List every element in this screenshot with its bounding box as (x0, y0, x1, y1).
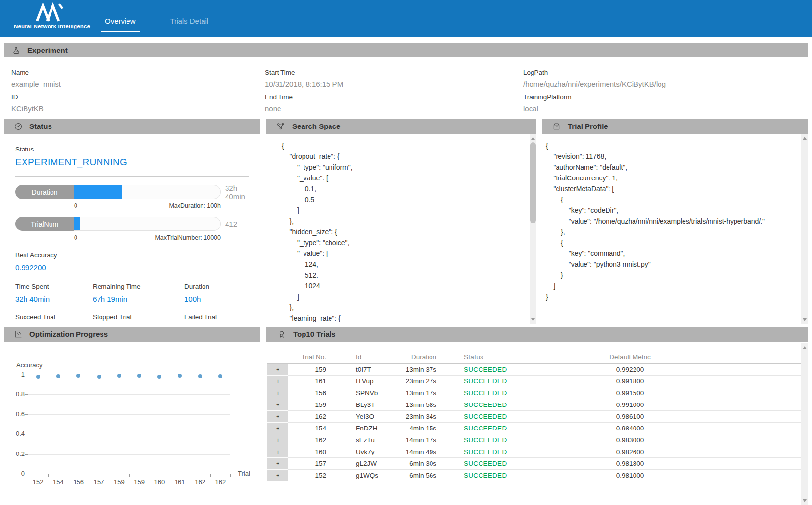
scroll-up-icon[interactable] (531, 137, 535, 140)
trial-id-cell: YeI3O (336, 411, 395, 423)
trial-expander-button[interactable]: + (267, 364, 288, 376)
x-axis-tick (48, 474, 49, 477)
trialnum-bar-min: 0 (74, 234, 77, 241)
trial-expander-button[interactable]: + (267, 470, 288, 481)
trial-row: +156SPNVb13min 17sSUCCEEDED0.991500 (267, 387, 802, 399)
field-label-id: ID (11, 93, 265, 101)
flask-icon (12, 46, 21, 55)
trial-default-metric-cell: 0.981800 (591, 458, 669, 470)
trial-expander-button[interactable]: + (267, 423, 288, 434)
x-axis-tick-label: 161 (170, 479, 190, 486)
trial-expander-button[interactable]: + (267, 399, 288, 411)
table-body: +159t0I7T13min 37sSUCCEEDED0.992200+161I… (267, 364, 802, 481)
trial-default-metric-cell: 0.986100 (591, 411, 669, 423)
trial-status-cell: SUCCEEDED (444, 364, 591, 376)
scrollbar-thumb[interactable] (530, 142, 536, 223)
trial-duration-cell: 6min 56s (395, 470, 444, 481)
duration-bar-label: Duration (15, 185, 74, 199)
tab-overview[interactable]: Overview (101, 17, 140, 32)
trial-expander-button[interactable]: + (267, 434, 288, 446)
search-space-scrollbar[interactable] (530, 134, 536, 324)
x-axis-tick-label: 152 (28, 479, 48, 486)
col-header-filler (669, 353, 802, 364)
x-axis-tick-label: 154 (48, 479, 68, 486)
scatter-point (157, 375, 161, 379)
trial-no-cell: 160 (288, 446, 336, 458)
experiment-status-value: EXPERIMENT_RUNNING (15, 157, 256, 168)
trial-expander-button[interactable]: + (267, 446, 288, 458)
x-axis-tick (210, 474, 211, 477)
nni-overview-page: { "colors": { "header_blue": "#1476BD", … (0, 0, 812, 505)
trial-row: +160Uvk7y14min 49sSUCCEEDED0.982600 (267, 446, 802, 458)
scatter-point (56, 374, 60, 378)
trial-row: +161ITVup23min 27sSUCCEEDED0.991800 (267, 376, 802, 387)
trial-default-metric-cell: 0.982600 (591, 446, 669, 458)
scatter-point (76, 374, 80, 378)
trial-duration-cell: 13min 58s (395, 399, 444, 411)
x-axis-tick-label: 157 (89, 479, 109, 486)
chart-y-axis-title: Accuracy (16, 361, 42, 369)
field-value-training-platform: local (523, 104, 801, 113)
nni-logo: Neural Network Intelligence (14, 2, 88, 29)
trial-id-cell: ITVup (336, 376, 395, 387)
nni-logo-icon (35, 2, 67, 23)
experiment-section-title: Experiment (27, 46, 68, 54)
gauge-icon (14, 122, 23, 131)
scatter-point (117, 374, 121, 378)
metric-remaining-time: Remaining Time 67h 19min (93, 283, 184, 303)
scroll-down-icon[interactable] (531, 318, 535, 321)
trial-status-cell: SUCCEEDED (444, 399, 591, 411)
scatter-point (137, 374, 141, 378)
x-axis-tick-label: 162 (190, 479, 210, 486)
metric-label: Stopped Trial (93, 313, 184, 321)
trial-filler-cell (669, 434, 802, 446)
y-axis-line (28, 375, 28, 474)
scroll-down-icon[interactable] (803, 499, 807, 502)
trial-expander-button[interactable]: + (267, 387, 288, 399)
trial-status-cell: SUCCEEDED (444, 376, 591, 387)
trial-default-metric-cell: 0.984000 (591, 423, 669, 434)
expander-header-cell (267, 353, 288, 364)
experiment-col-1: Name example_mnist ID KCiBytKB (11, 64, 265, 113)
status-panel: Status Status EXPERIMENT_RUNNING Duratio… (4, 119, 260, 324)
trial-status-cell: SUCCEEDED (444, 446, 591, 458)
trial-no-cell: 162 (288, 434, 336, 446)
metric-duration: Duration 100h (184, 283, 256, 303)
scroll-up-icon[interactable] (803, 346, 807, 349)
trial-default-metric-cell: 0.992200 (591, 364, 669, 376)
metric-value: 100h (184, 295, 256, 303)
gridline (28, 434, 230, 434)
trial-duration-cell: 23min 34s (395, 411, 444, 423)
duration-progress-bar: Duration 32h 40min (15, 185, 256, 199)
accuracy-scatter-chart: Accuracy 00.20.40.60.8115215415615715915… (4, 361, 260, 504)
status-divider (15, 176, 249, 177)
col-header-status: Status (444, 353, 591, 364)
metric-label: Remaining Time (93, 283, 184, 290)
trial-profile-panel: Trial Profile { "revision": 11768, "auth… (542, 119, 808, 324)
x-axis-tick (150, 474, 150, 477)
trial-no-cell: 154 (288, 423, 336, 434)
trial-id-cell: FnDZH (336, 423, 395, 434)
trial-status-cell: SUCCEEDED (444, 411, 591, 423)
col-header-trial-no: Trial No. (288, 353, 336, 364)
top10-table-scrollbar[interactable] (801, 343, 808, 505)
status-label: Status (15, 146, 256, 153)
chart-x-axis-title: Trial (238, 470, 250, 477)
field-label-start-time: Start Time (265, 69, 523, 76)
trialnum-bar-fill (74, 217, 80, 230)
trial-duration-cell: 13min 37s (395, 364, 444, 376)
trial-profile-scrollbar[interactable] (801, 134, 808, 324)
trial-status-cell: SUCCEEDED (444, 458, 591, 470)
scroll-up-icon[interactable] (803, 137, 807, 140)
y-axis-tick-label: 0.8 (4, 390, 25, 398)
trialnum-bar-label: TrialNum (15, 217, 74, 231)
field-label-logpath: LogPath (523, 69, 801, 76)
trial-expander-button[interactable]: + (267, 458, 288, 470)
trial-status-cell: SUCCEEDED (444, 470, 591, 481)
tab-trials-detail[interactable]: Trials Detail (166, 17, 213, 32)
x-axis-tick-label: 156 (69, 479, 89, 486)
trial-filler-cell (669, 411, 802, 423)
scroll-down-icon[interactable] (803, 318, 807, 321)
trial-expander-button[interactable]: + (267, 376, 288, 387)
trial-expander-button[interactable]: + (267, 411, 288, 423)
